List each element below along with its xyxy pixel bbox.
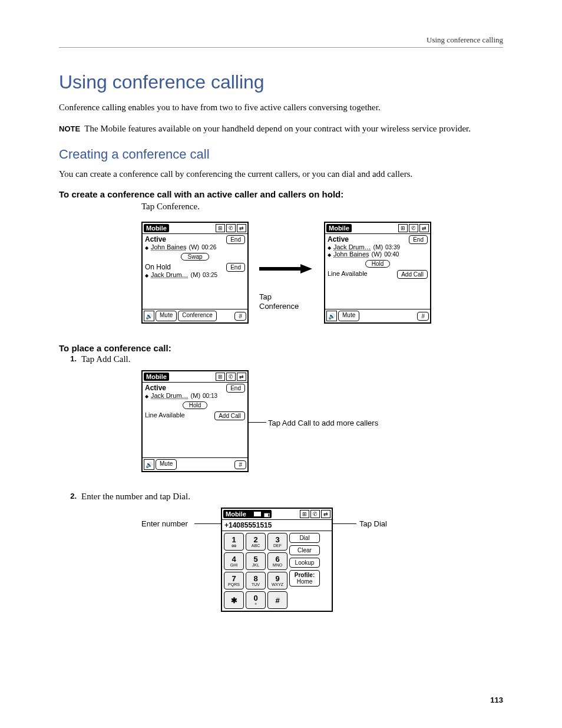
step-2-text: Enter the number and tap Dial. — [81, 492, 190, 502]
grid-icon: ⊞ — [398, 224, 408, 232]
dialed-number: +14085551515 — [222, 520, 332, 531]
keypad-key[interactable]: # — [267, 591, 287, 609]
caller-2-timer: 00:40 — [384, 251, 399, 258]
step-2-number: 2. — [59, 492, 81, 502]
sync-icon: ⇄ — [237, 373, 246, 381]
active-label: Active — [328, 235, 400, 243]
app-title: Mobile — [326, 224, 352, 232]
onhold-label: On Hold — [145, 263, 217, 271]
caller-suffix: (M) — [191, 392, 201, 399]
keypad-key[interactable]: 1ᴏᴏ — [224, 533, 244, 551]
keypad-key[interactable]: 4GHI — [224, 552, 244, 570]
keypad-key[interactable]: 6MNO — [267, 552, 287, 570]
section-heading: Creating a conference call — [59, 147, 503, 162]
arrow-label: Tap Conference — [259, 292, 312, 311]
keypad-key[interactable]: 2ABC — [246, 533, 266, 551]
page-number: 113 — [490, 696, 503, 704]
battery-icon — [249, 511, 262, 517]
swap-button[interactable]: Swap — [181, 253, 209, 261]
clear-button[interactable]: Clear — [289, 545, 320, 555]
active-label: Active — [145, 384, 217, 392]
grid-icon: ⊞ — [300, 510, 309, 518]
status-icons: ⊞ ✆ ⇄ — [216, 224, 246, 232]
incoming-icon — [145, 243, 148, 251]
page-title: Using conference calling — [59, 71, 503, 93]
speaker-icon[interactable]: 🔊 — [326, 311, 337, 321]
mute-button[interactable]: Mute — [338, 311, 359, 321]
grid-icon: ⊞ — [216, 224, 225, 232]
lookup-button[interactable]: Lookup — [289, 558, 320, 568]
add-call-button[interactable]: Add Call — [397, 270, 428, 279]
active-label: Active — [145, 235, 216, 243]
profile-button[interactable]: Profile:Home — [289, 570, 320, 587]
active-caller-name: John Baines — [151, 243, 187, 251]
screen-add-call: Mobile ⊞ ✆ ⇄ Active Jack Drum… (M) 0 — [141, 370, 249, 472]
keypad-key[interactable]: 0+ — [246, 591, 266, 609]
svg-marker-1 — [300, 264, 312, 274]
outgoing-icon — [145, 271, 148, 278]
phone-icon: ✆ — [409, 224, 418, 232]
note-body: The Mobile features available on your ha… — [84, 124, 471, 133]
sync-icon: ⇄ — [321, 510, 330, 518]
conference-button[interactable]: Conference — [178, 311, 217, 321]
task-2-heading: To place a conference call: — [59, 343, 503, 353]
caller-1-suffix: (M) — [373, 243, 384, 251]
tap-dial-annotation: Tap Dial — [359, 519, 387, 529]
hold-button[interactable]: Hold — [365, 260, 391, 268]
keypad-key[interactable]: 3DEF — [267, 533, 287, 551]
end-button[interactable]: End — [226, 263, 245, 272]
add-call-annotation: Tap Add Call to add more callers — [268, 419, 378, 428]
outgoing-icon — [328, 243, 331, 251]
keypad-key[interactable]: 7PQRS — [224, 572, 244, 589]
step-1-number: 1. — [59, 354, 81, 364]
dial-button[interactable]: Dial — [289, 533, 320, 543]
end-button[interactable]: End — [226, 384, 245, 393]
mute-button[interactable]: Mute — [156, 459, 177, 470]
end-button[interactable]: End — [226, 235, 245, 244]
leader-line — [333, 523, 356, 524]
hold-caller-name: Jack Drum… — [151, 271, 189, 278]
caller-1-timer: 03:39 — [385, 244, 400, 251]
keypad-key[interactable]: ✱ — [224, 591, 244, 609]
signal-icon — [264, 510, 269, 518]
speaker-icon[interactable]: 🔊 — [144, 311, 154, 321]
note-paragraph: NOTE The Mobile features available on yo… — [59, 123, 503, 134]
app-title: Mobile — [144, 224, 169, 232]
caller-timer: 00:13 — [203, 393, 217, 399]
enter-number-annotation: Enter number — [141, 519, 188, 529]
running-header: Using conference calling — [59, 35, 503, 48]
keypad-key[interactable]: 9WXYZ — [267, 572, 287, 589]
hold-caller-suffix: (M) — [191, 271, 201, 278]
mute-button[interactable]: Mute — [156, 311, 177, 321]
keypad-key[interactable]: 5JKL — [246, 552, 266, 570]
pound-button[interactable]: # — [234, 460, 246, 469]
end-button[interactable]: End — [409, 235, 428, 244]
screen-dialpad: Mobile ⊞ ✆ ⇄ +14085551515 1ᴏᴏ2ABC3DEF4GH… — [221, 508, 333, 612]
step-1-text: Tap Add Call. — [81, 354, 131, 364]
task-1-step: Tap Conference. — [141, 200, 503, 212]
leader-line — [194, 523, 221, 524]
active-timer: 00:26 — [201, 244, 216, 251]
add-call-button[interactable]: Add Call — [214, 411, 245, 420]
keypad-key[interactable]: 8TUV — [246, 572, 266, 589]
line-available-label: Line Available — [145, 411, 185, 419]
note-label: NOTE — [59, 124, 80, 133]
screen-after-conference: Mobile ⊞ ✆ ⇄ Active Jack Drum… (M) 0 — [324, 222, 431, 324]
pound-button[interactable]: # — [417, 312, 429, 321]
phone-icon: ✆ — [226, 224, 236, 232]
speaker-icon[interactable]: 🔊 — [144, 459, 154, 470]
caller-2-name: John Baines — [333, 251, 369, 258]
pound-button[interactable]: # — [234, 312, 246, 321]
status-icons: ⊞ ✆ ⇄ — [398, 224, 429, 232]
caller-name: Jack Drum… — [151, 392, 189, 399]
hold-timer: 03:25 — [203, 272, 217, 278]
phone-icon: ✆ — [226, 373, 236, 381]
create-intro: You can create a conference call by conf… — [59, 168, 503, 180]
task-1-heading: To create a conference call with an acti… — [59, 189, 503, 199]
status-icons: ⊞ ✆ ⇄ — [300, 510, 330, 518]
keypad[interactable]: 1ᴏᴏ2ABC3DEF4GHI5JKL6MNO7PQRS8TUV9WXYZ✱0+… — [222, 531, 289, 611]
app-title: Mobile — [144, 373, 169, 381]
hold-button[interactable]: Hold — [183, 401, 208, 409]
caller-1-name: Jack Drum… — [333, 243, 371, 251]
active-caller-suffix: (W) — [189, 243, 200, 251]
